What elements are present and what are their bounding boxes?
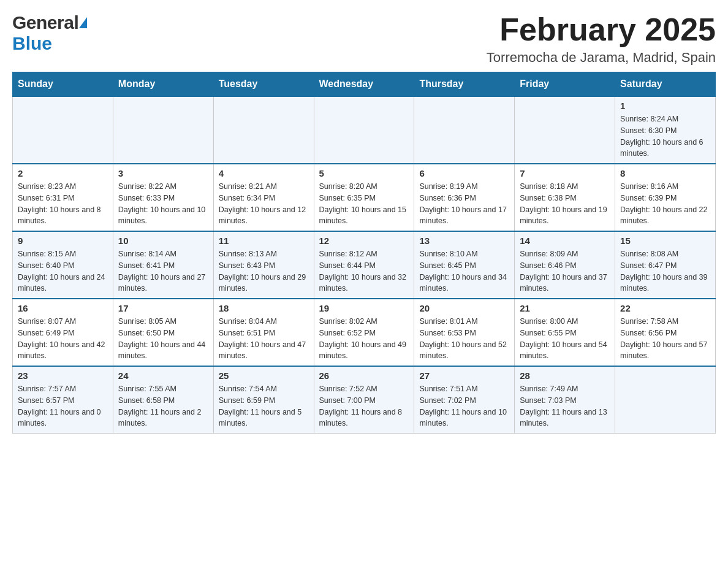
day-number: 18 [219,303,309,313]
day-info: Sunrise: 8:01 AMSunset: 6:53 PMDaylight:… [419,316,509,362]
day-number: 3 [118,168,208,178]
day-number: 2 [18,168,108,178]
day-info: Sunrise: 7:58 AMSunset: 6:56 PMDaylight:… [620,316,710,362]
day-info: Sunrise: 8:19 AMSunset: 6:36 PMDaylight:… [419,181,509,227]
calendar-day-cell: 1Sunrise: 8:24 AMSunset: 6:30 PMDaylight… [615,96,716,164]
calendar-day-cell: 27Sunrise: 7:51 AMSunset: 7:02 PMDayligh… [414,366,515,434]
calendar-day-cell: 17Sunrise: 8:05 AMSunset: 6:50 PMDayligh… [113,299,213,366]
calendar-day-cell [615,366,716,434]
page-header: General Blue February 2025 Torremocha de… [12,12,716,66]
day-info: Sunrise: 8:23 AMSunset: 6:31 PMDaylight:… [18,181,108,227]
day-info: Sunrise: 8:02 AMSunset: 6:52 PMDaylight:… [319,316,409,362]
day-number: 24 [118,370,208,381]
calendar-day-cell: 11Sunrise: 8:13 AMSunset: 6:43 PMDayligh… [213,231,314,299]
calendar-day-cell [13,96,113,164]
calendar-day-cell: 28Sunrise: 7:49 AMSunset: 7:03 PMDayligh… [515,366,615,434]
day-header-saturday: Saturday [615,72,716,97]
day-info: Sunrise: 8:16 AMSunset: 6:39 PMDaylight:… [620,181,710,227]
calendar-header-row: SundayMondayTuesdayWednesdayThursdayFrid… [13,72,716,97]
calendar-day-cell: 6Sunrise: 8:19 AMSunset: 6:36 PMDaylight… [414,164,515,231]
day-info: Sunrise: 7:54 AMSunset: 6:59 PMDaylight:… [219,383,309,429]
day-number: 22 [620,303,710,313]
calendar-day-cell: 9Sunrise: 8:15 AMSunset: 6:40 PMDaylight… [13,231,113,299]
title-block: February 2025 Torremocha de Jarama, Madr… [487,12,716,66]
calendar-day-cell: 12Sunrise: 8:12 AMSunset: 6:44 PMDayligh… [314,231,414,299]
day-number: 1 [620,101,710,111]
calendar-day-cell [213,96,314,164]
day-header-tuesday: Tuesday [213,72,314,97]
day-info: Sunrise: 8:04 AMSunset: 6:51 PMDaylight:… [219,316,309,362]
calendar-table: SundayMondayTuesdayWednesdayThursdayFrid… [12,72,716,434]
day-number: 10 [118,236,208,246]
calendar-day-cell: 23Sunrise: 7:57 AMSunset: 6:57 PMDayligh… [13,366,113,434]
calendar-day-cell [314,96,414,164]
calendar-day-cell: 7Sunrise: 8:18 AMSunset: 6:38 PMDaylight… [515,164,615,231]
day-number: 28 [520,370,610,381]
calendar-day-cell: 24Sunrise: 7:55 AMSunset: 6:58 PMDayligh… [113,366,213,434]
calendar-week-row: 23Sunrise: 7:57 AMSunset: 6:57 PMDayligh… [13,366,716,434]
logo: General Blue [12,12,87,54]
day-number: 17 [118,303,208,313]
day-info: Sunrise: 8:07 AMSunset: 6:49 PMDaylight:… [18,316,108,362]
logo-triangle-icon [79,17,87,28]
day-number: 6 [419,168,509,178]
calendar-day-cell [113,96,213,164]
logo-blue-text: Blue [12,33,52,53]
day-info: Sunrise: 8:08 AMSunset: 6:47 PMDaylight:… [620,248,710,294]
calendar-day-cell: 3Sunrise: 8:22 AMSunset: 6:33 PMDaylight… [113,164,213,231]
day-info: Sunrise: 8:24 AMSunset: 6:30 PMDaylight:… [620,113,710,159]
day-info: Sunrise: 7:49 AMSunset: 7:03 PMDaylight:… [520,383,610,429]
day-info: Sunrise: 7:57 AMSunset: 6:57 PMDaylight:… [18,383,108,429]
day-number: 26 [319,370,409,381]
day-number: 19 [319,303,409,313]
day-info: Sunrise: 8:12 AMSunset: 6:44 PMDaylight:… [319,248,409,294]
day-number: 8 [620,168,710,178]
day-header-friday: Friday [515,72,615,97]
calendar-week-row: 16Sunrise: 8:07 AMSunset: 6:49 PMDayligh… [13,299,716,366]
calendar-day-cell: 19Sunrise: 8:02 AMSunset: 6:52 PMDayligh… [314,299,414,366]
day-info: Sunrise: 8:22 AMSunset: 6:33 PMDaylight:… [118,181,208,227]
calendar-day-cell: 14Sunrise: 8:09 AMSunset: 6:46 PMDayligh… [515,231,615,299]
day-number: 9 [18,236,108,246]
calendar-day-cell: 25Sunrise: 7:54 AMSunset: 6:59 PMDayligh… [213,366,314,434]
calendar-day-cell [515,96,615,164]
day-header-monday: Monday [113,72,213,97]
day-info: Sunrise: 8:18 AMSunset: 6:38 PMDaylight:… [520,181,610,227]
day-info: Sunrise: 8:10 AMSunset: 6:45 PMDaylight:… [419,248,509,294]
calendar-day-cell: 8Sunrise: 8:16 AMSunset: 6:39 PMDaylight… [615,164,716,231]
day-number: 13 [419,236,509,246]
calendar-day-cell: 20Sunrise: 8:01 AMSunset: 6:53 PMDayligh… [414,299,515,366]
day-info: Sunrise: 8:13 AMSunset: 6:43 PMDaylight:… [219,248,309,294]
day-header-sunday: Sunday [13,72,113,97]
calendar-day-cell [414,96,515,164]
calendar-day-cell: 22Sunrise: 7:58 AMSunset: 6:56 PMDayligh… [615,299,716,366]
day-number: 20 [419,303,509,313]
calendar-day-cell: 16Sunrise: 8:07 AMSunset: 6:49 PMDayligh… [13,299,113,366]
day-number: 27 [419,370,509,381]
day-number: 15 [620,236,710,246]
day-number: 7 [520,168,610,178]
calendar-week-row: 2Sunrise: 8:23 AMSunset: 6:31 PMDaylight… [13,164,716,231]
day-info: Sunrise: 7:55 AMSunset: 6:58 PMDaylight:… [118,383,208,429]
location-text: Torremocha de Jarama, Madrid, Spain [487,50,716,66]
day-number: 21 [520,303,610,313]
calendar-day-cell: 5Sunrise: 8:20 AMSunset: 6:35 PMDaylight… [314,164,414,231]
day-number: 12 [319,236,409,246]
day-info: Sunrise: 8:09 AMSunset: 6:46 PMDaylight:… [520,248,610,294]
calendar-week-row: 1Sunrise: 8:24 AMSunset: 6:30 PMDaylight… [13,96,716,164]
day-number: 5 [319,168,409,178]
calendar-day-cell: 15Sunrise: 8:08 AMSunset: 6:47 PMDayligh… [615,231,716,299]
calendar-day-cell: 18Sunrise: 8:04 AMSunset: 6:51 PMDayligh… [213,299,314,366]
calendar-day-cell: 26Sunrise: 7:52 AMSunset: 7:00 PMDayligh… [314,366,414,434]
calendar-day-cell: 13Sunrise: 8:10 AMSunset: 6:45 PMDayligh… [414,231,515,299]
day-info: Sunrise: 8:21 AMSunset: 6:34 PMDaylight:… [219,181,309,227]
day-number: 23 [18,370,108,381]
day-info: Sunrise: 7:52 AMSunset: 7:00 PMDaylight:… [319,383,409,429]
calendar-week-row: 9Sunrise: 8:15 AMSunset: 6:40 PMDaylight… [13,231,716,299]
day-info: Sunrise: 8:20 AMSunset: 6:35 PMDaylight:… [319,181,409,227]
calendar-day-cell: 21Sunrise: 8:00 AMSunset: 6:55 PMDayligh… [515,299,615,366]
day-info: Sunrise: 8:05 AMSunset: 6:50 PMDaylight:… [118,316,208,362]
logo-general-text: General [12,12,78,33]
day-number: 14 [520,236,610,246]
day-info: Sunrise: 8:15 AMSunset: 6:40 PMDaylight:… [18,248,108,294]
